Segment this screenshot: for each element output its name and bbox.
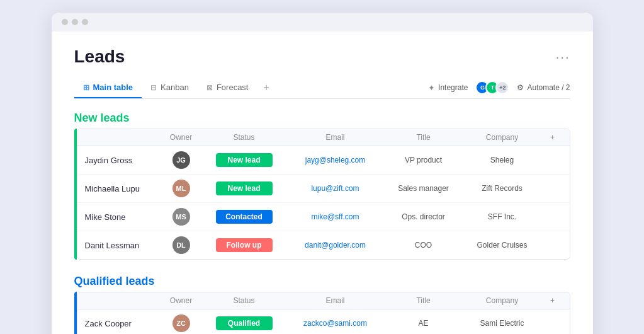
- tabs-bar: ⊞ Main table ⊟ Kanban ⊠ Forecast + ✦ Int…: [74, 77, 570, 99]
- col-header-5: Company: [461, 133, 543, 142]
- avatar: DL: [172, 236, 190, 254]
- table-row[interactable]: Michaella LupuMLNew leadlupu@zift.comSal…: [77, 175, 570, 203]
- email-cell[interactable]: mike@sff.com: [285, 212, 386, 221]
- sections-container: New leadsOwnerStatusEmailTitleCompany+Ja…: [74, 112, 570, 334]
- tab-forecast[interactable]: ⊠ Forecast: [198, 78, 257, 98]
- avatar: JG: [172, 151, 190, 169]
- col-header-1: Owner: [159, 133, 203, 142]
- col-header-4: Title: [386, 296, 461, 305]
- col-header-0: [85, 133, 159, 142]
- section-header-new-leads: New leads: [74, 112, 570, 125]
- table-row[interactable]: Zack CooperZCQualifiedzackco@sami.comAES…: [77, 309, 570, 334]
- status-badge: Qualified: [216, 316, 273, 330]
- status-cell: Contacted: [203, 210, 285, 224]
- tab-kanban[interactable]: ⊟ Kanban: [142, 78, 198, 98]
- avatar: ZC: [172, 314, 190, 332]
- row-name: Michaella Lupu: [85, 184, 159, 193]
- tab-main-table[interactable]: ⊞ Main table: [74, 78, 142, 98]
- border-bar-qualified-leads: [74, 292, 77, 334]
- company-cell: Sheleg: [461, 156, 543, 164]
- integrate-icon: ✦: [428, 83, 435, 93]
- dot-3: [82, 19, 88, 25]
- section-title-new-leads: New leads: [74, 112, 130, 125]
- table-header-new-leads: OwnerStatusEmailTitleCompany+: [77, 129, 570, 146]
- table-icon: ⊞: [83, 83, 89, 92]
- owner-cell: DL: [159, 236, 203, 254]
- company-cell: Zift Records: [461, 184, 543, 193]
- col-header-1: Owner: [159, 296, 203, 305]
- section-new-leads: New leadsOwnerStatusEmailTitleCompany+Ja…: [74, 112, 570, 260]
- company-cell: Golder Cruises: [461, 241, 543, 250]
- table-new-leads: OwnerStatusEmailTitleCompany+Jaydin Gros…: [77, 129, 570, 260]
- email-cell[interactable]: lupu@zift.com: [285, 184, 386, 193]
- row-name: Zack Cooper: [85, 319, 159, 328]
- owner-cell: JG: [159, 151, 203, 169]
- status-badge: Follow up: [216, 238, 273, 252]
- email-cell[interactable]: jayg@sheleg.com: [285, 156, 386, 164]
- col-header-2: Status: [203, 133, 285, 142]
- row-name: Mike Stone: [85, 212, 159, 222]
- col-header-3: Email: [285, 296, 386, 305]
- more-button[interactable]: ···: [556, 50, 570, 64]
- page-title: Leads: [74, 47, 125, 67]
- avatar-overflow: +2: [495, 81, 509, 95]
- col-header-0: [85, 296, 159, 305]
- title-bar: [52, 13, 593, 32]
- section-qualified-leads: Qualified leadsOwnerStatusEmailTitleComp…: [74, 275, 570, 334]
- title-cell: VP product: [386, 156, 461, 164]
- status-badge: New lead: [216, 181, 273, 195]
- app-window: Leads ··· ⊞ Main table ⊟ Kanban ⊠ Foreca…: [52, 13, 593, 334]
- add-tab-button[interactable]: +: [257, 77, 275, 98]
- toolbar-right: ✦ Integrate G T +2 ⚙ Automate / 2: [428, 81, 570, 95]
- table-qualified-leads: OwnerStatusEmailTitleCompany+Zack Cooper…: [77, 292, 570, 334]
- title-cell: COO: [386, 241, 461, 250]
- status-cell: New lead: [203, 181, 285, 195]
- status-cell: New lead: [203, 153, 285, 167]
- owner-cell: MS: [159, 208, 203, 226]
- main-content: Leads ··· ⊞ Main table ⊟ Kanban ⊠ Foreca…: [52, 32, 593, 334]
- col-header-6: +: [543, 133, 562, 142]
- owner-cell: ML: [159, 180, 203, 197]
- page-header: Leads ···: [74, 47, 570, 67]
- col-header-5: Company: [461, 296, 543, 305]
- automate-button[interactable]: ⚙ Automate / 2: [517, 83, 570, 92]
- title-cell: Sales manager: [386, 184, 461, 193]
- col-header-2: Status: [203, 296, 285, 305]
- owner-cell: ZC: [159, 314, 203, 332]
- email-cell[interactable]: danit@golder.com: [285, 241, 386, 250]
- integrate-button[interactable]: ✦ Integrate: [428, 83, 468, 93]
- email-cell[interactable]: zackco@sami.com: [285, 319, 386, 328]
- col-header-6: +: [543, 296, 562, 305]
- border-bar-new-leads: [74, 129, 77, 260]
- col-header-3: Email: [285, 133, 386, 142]
- status-badge: New lead: [216, 153, 273, 167]
- avatar: ML: [172, 180, 190, 197]
- status-cell: Follow up: [203, 238, 285, 252]
- table-row[interactable]: Mike StoneMSContactedmike@sff.comOps. di…: [77, 203, 570, 231]
- section-title-qualified-leads: Qualified leads: [74, 275, 155, 288]
- row-name: Jaydin Gross: [85, 156, 159, 165]
- dot-2: [72, 19, 78, 25]
- table-row[interactable]: Jaydin GrossJGNew leadjayg@sheleg.comVP …: [77, 146, 570, 175]
- company-cell: Sami Electric: [461, 319, 543, 328]
- title-cell: AE: [386, 319, 461, 328]
- table-header-qualified-leads: OwnerStatusEmailTitleCompany+: [77, 292, 570, 309]
- row-name: Danit Lessman: [85, 241, 159, 250]
- status-badge: Contacted: [216, 210, 273, 224]
- section-header-qualified-leads: Qualified leads: [74, 275, 570, 288]
- collaborator-avatars: G T +2: [475, 81, 509, 95]
- company-cell: SFF Inc.: [461, 212, 543, 221]
- dot-1: [62, 19, 68, 25]
- title-cell: Ops. director: [386, 212, 461, 221]
- status-cell: Qualified: [203, 316, 285, 330]
- table-row[interactable]: Danit LessmanDLFollow updanit@golder.com…: [77, 231, 570, 259]
- automate-icon: ⚙: [517, 83, 524, 92]
- forecast-icon: ⊠: [206, 83, 213, 92]
- kanban-icon: ⊟: [150, 83, 157, 92]
- col-header-4: Title: [386, 133, 461, 142]
- avatar: MS: [172, 208, 190, 226]
